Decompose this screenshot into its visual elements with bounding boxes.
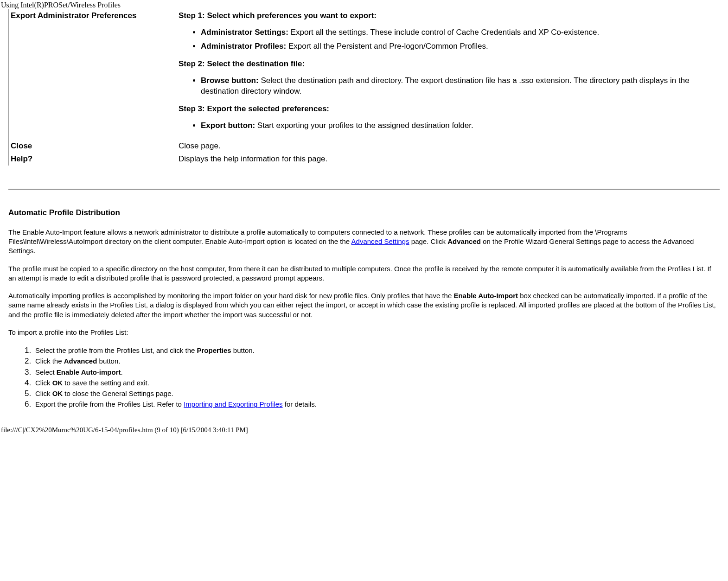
- desc-close: Close page.: [177, 140, 720, 153]
- desc-help: Displays the help information for this p…: [177, 153, 720, 166]
- separator: [8, 189, 720, 190]
- bullet-bold: Export button:: [201, 121, 255, 130]
- step-text: Select the profile from the Profiles Lis…: [35, 346, 197, 354]
- step3-bullets: Export button: Start exporting your prof…: [179, 120, 715, 131]
- term-export-admin-prefs: Export Administrator Preferences: [9, 9, 177, 140]
- list-item: Select the profile from the Profiles Lis…: [33, 345, 720, 355]
- content: Export Administrator Preferences Step 1:…: [0, 9, 728, 420]
- step-text: Click: [35, 379, 52, 387]
- paragraph-2: The profile must be copied to a specific…: [8, 264, 720, 283]
- step-text: Click: [35, 389, 52, 397]
- term-close: Close: [9, 140, 177, 153]
- bullet-bold: Administrator Settings:: [201, 28, 288, 37]
- step-bold: OK: [52, 389, 63, 397]
- bullet-text: Export all the settings. These include c…: [288, 28, 599, 37]
- paragraph-1: The Enable Auto-Import feature allows a …: [8, 228, 720, 256]
- p1-text-b: page. Click: [409, 237, 448, 245]
- definitions-table: Export Administrator Preferences Step 1:…: [8, 9, 720, 166]
- step-text: to close the General Settings page.: [63, 389, 173, 397]
- step-bold: Enable Auto-import: [57, 368, 121, 376]
- page-header: Using Intel(R)PROSet/Wireless Profiles: [0, 0, 728, 9]
- page-footer: file:///C|/CX2%20Muroc%20UG/6-15-04/prof…: [0, 420, 728, 434]
- step1-bullets: Administrator Settings: Export all the s…: [179, 27, 715, 52]
- paragraph-3: Automatically importing profiles is acco…: [8, 291, 720, 319]
- step2-bullets: Browse button: Select the destination pa…: [179, 75, 715, 97]
- list-item: Click the Advanced button.: [33, 356, 720, 366]
- bullet-text: Export all the Persistent and Pre-logon/…: [286, 42, 488, 51]
- p3-text-a: Automatically importing profiles is acco…: [8, 292, 453, 300]
- step-text: Select: [35, 368, 57, 376]
- advanced-settings-link[interactable]: Advanced Settings: [351, 237, 409, 245]
- desc-export-admin-prefs: Step 1: Select which preferences you wan…: [177, 9, 720, 140]
- step-text: .: [121, 368, 122, 376]
- p1-bold: Advanced: [447, 237, 481, 245]
- importing-exporting-link[interactable]: Importing and Exporting Profiles: [184, 400, 282, 408]
- list-item: Click OK to save the setting and exit.: [33, 378, 720, 388]
- list-item: Administrator Profiles: Export all the P…: [201, 41, 715, 52]
- list-item: Export button: Start exporting your prof…: [201, 120, 715, 131]
- paragraph-4: To import a profile into the Profiles Li…: [8, 328, 720, 337]
- bullet-bold: Browse button:: [201, 76, 259, 85]
- step1-title: Step 1: Select which preferences you wan…: [179, 11, 715, 20]
- step-text: button.: [231, 346, 255, 354]
- p3-bold: Enable Auto-Import: [453, 292, 518, 300]
- step-text: button.: [97, 357, 120, 365]
- list-item: Browse button: Select the destination pa…: [201, 75, 715, 97]
- step-bold: Advanced: [64, 357, 97, 365]
- bullet-text: Select the destination path and director…: [201, 76, 690, 96]
- step-bold: OK: [52, 379, 63, 387]
- step-text: Click the: [35, 357, 64, 365]
- step3-title: Step 3: Export the selected preferences:: [179, 104, 715, 114]
- table-row: Help? Displays the help information for …: [9, 153, 720, 166]
- list-item: Select Enable Auto-import.: [33, 367, 720, 377]
- list-item: Click OK to close the General Settings p…: [33, 389, 720, 398]
- step-text: for details.: [283, 400, 317, 408]
- section-title: Automatic Profile Distribution: [8, 208, 720, 217]
- table-row: Export Administrator Preferences Step 1:…: [9, 9, 720, 140]
- step2-title: Step 2: Select the destination file:: [179, 59, 715, 69]
- bullet-text: Start exporting your profiles to the ass…: [255, 121, 473, 130]
- step-bold: Properties: [197, 346, 231, 354]
- list-item: Export the profile from the Profiles Lis…: [33, 399, 720, 409]
- table-row: Close Close page.: [9, 140, 720, 153]
- steps-list: Select the profile from the Profiles Lis…: [8, 345, 720, 409]
- bullet-bold: Administrator Profiles:: [201, 42, 286, 51]
- step-text: to save the setting and exit.: [63, 379, 149, 387]
- step-text: Export the profile from the Profiles Lis…: [35, 400, 184, 408]
- term-help: Help?: [9, 153, 177, 166]
- list-item: Administrator Settings: Export all the s…: [201, 27, 715, 38]
